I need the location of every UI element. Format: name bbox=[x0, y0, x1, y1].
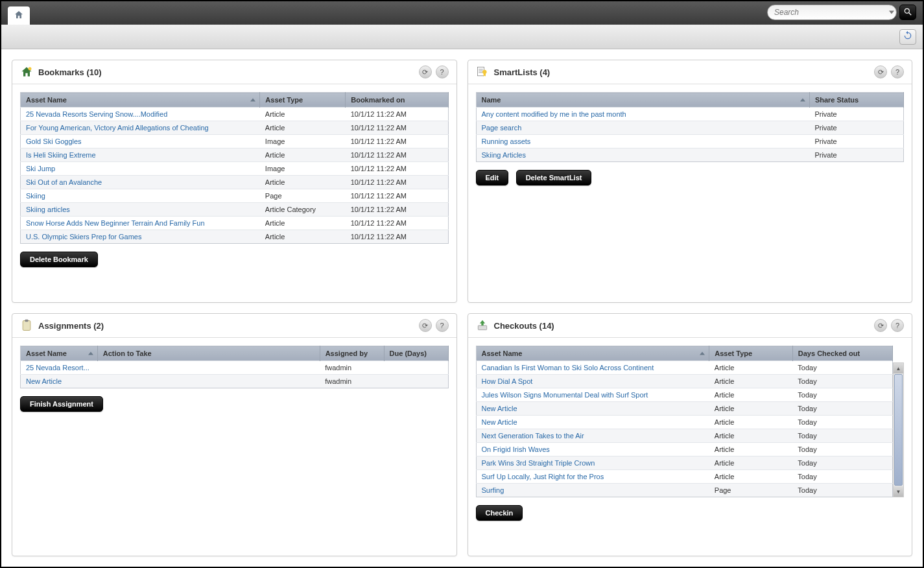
asset-link[interactable]: Snow Horse Adds New Beginner Terrain And… bbox=[21, 217, 260, 230]
panel-refresh-button[interactable]: ⟳ bbox=[874, 319, 887, 332]
table-row[interactable]: SkiingPage10/1/12 11:22 AM bbox=[21, 189, 449, 203]
asset-link[interactable]: Ski Out of an Avalanche bbox=[21, 176, 260, 189]
table-row[interactable]: 25 Nevada Resorts Serving Snow....Modifi… bbox=[21, 108, 449, 121]
cell: Article bbox=[709, 443, 793, 456]
asset-link[interactable]: Ski Jump bbox=[21, 162, 260, 176]
scroll-up-icon[interactable]: ▲ bbox=[894, 363, 903, 373]
asset-link[interactable]: On Frigid Irish Waves bbox=[476, 443, 709, 456]
table-row[interactable]: On Frigid Irish WavesArticleToday bbox=[476, 443, 893, 456]
table-row[interactable]: For Young American, Victory Amid Allegat… bbox=[21, 121, 449, 135]
cell bbox=[384, 375, 448, 388]
asset-link[interactable]: Jules Wilson Signs Monumental Deal with … bbox=[476, 388, 709, 402]
asset-link[interactable]: Skiing Articles bbox=[476, 148, 809, 162]
table-row[interactable]: Skiing articlesArticle Category10/1/12 1… bbox=[21, 203, 449, 217]
col-bookmarked-on[interactable]: Bookmarked on bbox=[346, 93, 448, 108]
delete-smartlist-button[interactable]: Delete SmartList bbox=[516, 170, 592, 185]
asset-link[interactable]: New Article bbox=[21, 375, 98, 388]
asset-link[interactable]: New Article bbox=[476, 416, 709, 429]
table-row[interactable]: Canadian Is First Woman to Ski Solo Acro… bbox=[476, 361, 893, 375]
col-asset-name[interactable]: Asset Name bbox=[476, 346, 709, 361]
col-asset-type[interactable]: Asset Type bbox=[260, 93, 346, 108]
table-row[interactable]: Park Wins 3rd Straight Triple CrownArtic… bbox=[476, 456, 893, 470]
cell: 10/1/12 11:22 AM bbox=[346, 176, 448, 189]
checkin-button[interactable]: Checkin bbox=[476, 505, 523, 521]
panel-refresh-button[interactable]: ⟳ bbox=[419, 65, 432, 78]
table-row[interactable]: Ski JumpImage10/1/12 11:22 AM bbox=[21, 162, 449, 176]
bookmarks-icon bbox=[20, 65, 33, 78]
panel-refresh-button[interactable]: ⟳ bbox=[874, 65, 887, 78]
table-row[interactable]: New ArticleArticleToday bbox=[476, 416, 893, 429]
asset-link[interactable]: Canadian Is First Woman to Ski Solo Acro… bbox=[476, 361, 709, 375]
asset-link[interactable]: Next Generation Takes to the Air bbox=[476, 429, 709, 443]
col-action[interactable]: Action to Take bbox=[97, 346, 320, 361]
global-refresh-button[interactable] bbox=[899, 29, 916, 45]
asset-link[interactable]: Surf Up Locally, Just Right for the Pros bbox=[476, 470, 709, 484]
cell: Article bbox=[709, 375, 793, 388]
col-name[interactable]: Name bbox=[476, 93, 809, 108]
table-row[interactable]: New Articlefwadmin bbox=[21, 375, 449, 388]
table-row[interactable]: Jules Wilson Signs Monumental Deal with … bbox=[476, 388, 893, 402]
edit-smartlist-button[interactable]: Edit bbox=[476, 170, 509, 185]
asset-link[interactable]: Gold Ski Goggles bbox=[21, 135, 260, 148]
cell: Private bbox=[809, 148, 903, 162]
panel-help-button[interactable]: ? bbox=[891, 319, 904, 332]
table-row[interactable]: U.S. Olympic Skiers Prep for GamesArticl… bbox=[21, 230, 449, 244]
table-row[interactable]: How Dial A SpotArticleToday bbox=[476, 375, 893, 388]
col-due[interactable]: Due (Days) bbox=[384, 346, 448, 361]
search-dropdown-icon[interactable] bbox=[889, 11, 894, 14]
asset-link[interactable]: Any content modified by me in the past m… bbox=[476, 108, 809, 121]
col-asset-name[interactable]: Asset Name bbox=[21, 346, 98, 361]
table-row[interactable]: SurfingPageToday bbox=[476, 484, 893, 497]
finish-assignment-button[interactable]: Finish Assignment bbox=[20, 396, 103, 412]
asset-link[interactable]: 25 Nevada Resort... bbox=[21, 361, 98, 375]
asset-link[interactable]: New Article bbox=[476, 402, 709, 416]
scroll-down-icon[interactable]: ▼ bbox=[894, 486, 903, 497]
col-assigned-by[interactable]: Assigned by bbox=[320, 346, 384, 361]
cell: Today bbox=[792, 484, 892, 497]
asset-link[interactable]: Page search bbox=[476, 121, 809, 135]
search-button[interactable] bbox=[899, 5, 916, 20]
asset-link[interactable]: Is Heli Skiing Extreme bbox=[21, 148, 260, 162]
asset-link[interactable]: Surfing bbox=[476, 484, 709, 497]
svg-point-2 bbox=[29, 67, 32, 71]
col-asset-name[interactable]: Asset Name bbox=[21, 93, 260, 108]
asset-link[interactable]: Skiing articles bbox=[21, 203, 260, 217]
table-row[interactable]: Skiing ArticlesPrivate bbox=[476, 148, 904, 162]
home-tab[interactable] bbox=[8, 6, 30, 25]
asset-link[interactable]: Skiing bbox=[21, 189, 260, 203]
search-input[interactable] bbox=[767, 5, 897, 20]
asset-link[interactable]: 25 Nevada Resorts Serving Snow....Modifi… bbox=[21, 108, 260, 121]
search-icon bbox=[903, 7, 912, 18]
asset-link[interactable]: U.S. Olympic Skiers Prep for Games bbox=[21, 230, 260, 244]
cell: fwadmin bbox=[320, 361, 384, 375]
panel-refresh-button[interactable]: ⟳ bbox=[419, 319, 432, 332]
table-row[interactable]: Gold Ski GogglesImage10/1/12 11:22 AM bbox=[21, 135, 449, 148]
asset-link[interactable]: How Dial A Spot bbox=[476, 375, 709, 388]
table-row[interactable]: Running assetsPrivate bbox=[476, 135, 904, 148]
asset-link[interactable]: For Young American, Victory Amid Allegat… bbox=[21, 121, 260, 135]
table-row[interactable]: Surf Up Locally, Just Right for the Pros… bbox=[476, 470, 893, 484]
cell: Today bbox=[792, 470, 892, 484]
panel-help-button[interactable]: ? bbox=[891, 65, 904, 78]
col-days-checked-out[interactable]: Days Checked out bbox=[792, 346, 892, 361]
cell: 10/1/12 11:22 AM bbox=[346, 162, 448, 176]
table-row[interactable]: Snow Horse Adds New Beginner Terrain And… bbox=[21, 217, 449, 230]
asset-link[interactable]: Park Wins 3rd Straight Triple Crown bbox=[476, 456, 709, 470]
scroll-thumb[interactable] bbox=[894, 374, 903, 486]
table-row[interactable]: 25 Nevada Resort...fwadmin bbox=[21, 361, 449, 375]
col-asset-type[interactable]: Asset Type bbox=[709, 346, 793, 361]
panel-help-button[interactable]: ? bbox=[436, 319, 449, 332]
panel-help-button[interactable]: ? bbox=[436, 65, 449, 78]
table-row[interactable]: New ArticleArticleToday bbox=[476, 402, 893, 416]
sort-asc-icon bbox=[88, 352, 93, 355]
asset-link[interactable]: Running assets bbox=[476, 135, 809, 148]
table-row[interactable]: Next Generation Takes to the AirArticleT… bbox=[476, 429, 893, 443]
cell: 10/1/12 11:22 AM bbox=[346, 135, 448, 148]
table-row[interactable]: Any content modified by me in the past m… bbox=[476, 108, 904, 121]
checkouts-scrollbar[interactable]: ▲ ▼ bbox=[893, 362, 904, 497]
col-share-status[interactable]: Share Status bbox=[809, 93, 903, 108]
table-row[interactable]: Is Heli Skiing ExtremeArticle10/1/12 11:… bbox=[21, 148, 449, 162]
table-row[interactable]: Page searchPrivate bbox=[476, 121, 904, 135]
delete-bookmark-button[interactable]: Delete Bookmark bbox=[20, 252, 98, 267]
table-row[interactable]: Ski Out of an AvalancheArticle10/1/12 11… bbox=[21, 176, 449, 189]
